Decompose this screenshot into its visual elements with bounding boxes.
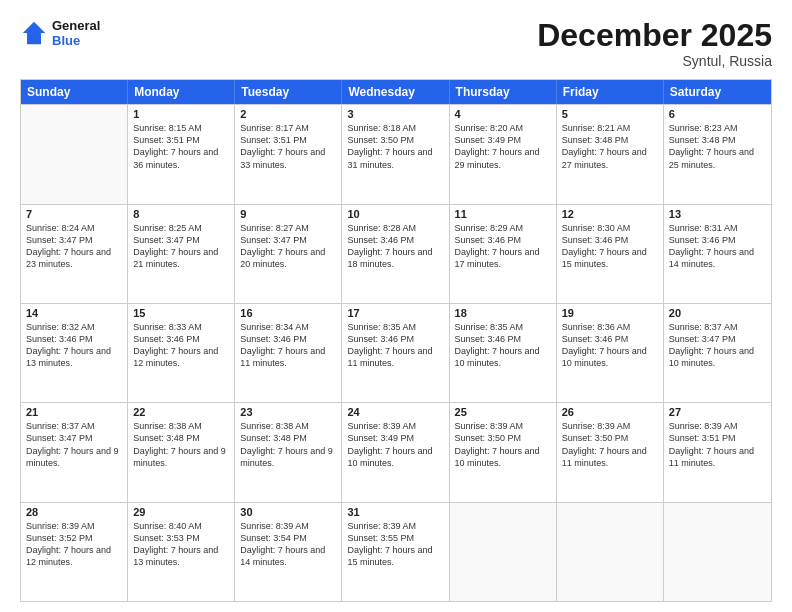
cal-cell-19: 19Sunrise: 8:36 AM Sunset: 3:46 PM Dayli…	[557, 304, 664, 402]
cal-cell-2: 2Sunrise: 8:17 AM Sunset: 3:51 PM Daylig…	[235, 105, 342, 203]
day-number: 27	[669, 406, 766, 418]
week-row-2: 7Sunrise: 8:24 AM Sunset: 3:47 PM Daylig…	[21, 204, 771, 303]
cell-info: Sunrise: 8:40 AM Sunset: 3:53 PM Dayligh…	[133, 520, 229, 569]
day-number: 18	[455, 307, 551, 319]
cell-info: Sunrise: 8:33 AM Sunset: 3:46 PM Dayligh…	[133, 321, 229, 370]
cell-info: Sunrise: 8:36 AM Sunset: 3:46 PM Dayligh…	[562, 321, 658, 370]
day-number: 21	[26, 406, 122, 418]
cell-info: Sunrise: 8:30 AM Sunset: 3:46 PM Dayligh…	[562, 222, 658, 271]
day-number: 26	[562, 406, 658, 418]
cal-cell-4: 4Sunrise: 8:20 AM Sunset: 3:49 PM Daylig…	[450, 105, 557, 203]
cell-info: Sunrise: 8:21 AM Sunset: 3:48 PM Dayligh…	[562, 122, 658, 171]
day-number: 24	[347, 406, 443, 418]
cell-info: Sunrise: 8:17 AM Sunset: 3:51 PM Dayligh…	[240, 122, 336, 171]
day-number: 28	[26, 506, 122, 518]
day-number: 6	[669, 108, 766, 120]
day-number: 11	[455, 208, 551, 220]
cell-info: Sunrise: 8:39 AM Sunset: 3:51 PM Dayligh…	[669, 420, 766, 469]
cell-info: Sunrise: 8:20 AM Sunset: 3:49 PM Dayligh…	[455, 122, 551, 171]
day-number: 1	[133, 108, 229, 120]
cal-cell-6: 6Sunrise: 8:23 AM Sunset: 3:48 PM Daylig…	[664, 105, 771, 203]
cell-info: Sunrise: 8:35 AM Sunset: 3:46 PM Dayligh…	[347, 321, 443, 370]
page: General Blue December 2025 Syntul, Russi…	[0, 0, 792, 612]
day-number: 12	[562, 208, 658, 220]
cal-cell-10: 10Sunrise: 8:28 AM Sunset: 3:46 PM Dayli…	[342, 205, 449, 303]
cal-cell-5: 5Sunrise: 8:21 AM Sunset: 3:48 PM Daylig…	[557, 105, 664, 203]
cell-info: Sunrise: 8:35 AM Sunset: 3:46 PM Dayligh…	[455, 321, 551, 370]
cell-info: Sunrise: 8:23 AM Sunset: 3:48 PM Dayligh…	[669, 122, 766, 171]
day-number: 5	[562, 108, 658, 120]
cal-cell-empty-0	[21, 105, 128, 203]
week-row-1: 1Sunrise: 8:15 AM Sunset: 3:51 PM Daylig…	[21, 104, 771, 203]
cell-info: Sunrise: 8:38 AM Sunset: 3:48 PM Dayligh…	[240, 420, 336, 469]
cell-info: Sunrise: 8:39 AM Sunset: 3:50 PM Dayligh…	[455, 420, 551, 469]
day-number: 10	[347, 208, 443, 220]
cell-info: Sunrise: 8:39 AM Sunset: 3:52 PM Dayligh…	[26, 520, 122, 569]
cal-cell-14: 14Sunrise: 8:32 AM Sunset: 3:46 PM Dayli…	[21, 304, 128, 402]
header: General Blue December 2025 Syntul, Russi…	[20, 18, 772, 69]
cal-cell-17: 17Sunrise: 8:35 AM Sunset: 3:46 PM Dayli…	[342, 304, 449, 402]
cal-cell-11: 11Sunrise: 8:29 AM Sunset: 3:46 PM Dayli…	[450, 205, 557, 303]
cell-info: Sunrise: 8:39 AM Sunset: 3:54 PM Dayligh…	[240, 520, 336, 569]
day-number: 14	[26, 307, 122, 319]
cell-info: Sunrise: 8:34 AM Sunset: 3:46 PM Dayligh…	[240, 321, 336, 370]
week-row-4: 21Sunrise: 8:37 AM Sunset: 3:47 PM Dayli…	[21, 402, 771, 501]
cal-cell-3: 3Sunrise: 8:18 AM Sunset: 3:50 PM Daylig…	[342, 105, 449, 203]
cal-cell-9: 9Sunrise: 8:27 AM Sunset: 3:47 PM Daylig…	[235, 205, 342, 303]
cell-info: Sunrise: 8:39 AM Sunset: 3:55 PM Dayligh…	[347, 520, 443, 569]
cell-info: Sunrise: 8:37 AM Sunset: 3:47 PM Dayligh…	[26, 420, 122, 469]
cell-info: Sunrise: 8:38 AM Sunset: 3:48 PM Dayligh…	[133, 420, 229, 469]
header-day-saturday: Saturday	[664, 80, 771, 104]
calendar: SundayMondayTuesdayWednesdayThursdayFrid…	[20, 79, 772, 602]
cal-cell-20: 20Sunrise: 8:37 AM Sunset: 3:47 PM Dayli…	[664, 304, 771, 402]
cal-cell-empty-6	[664, 503, 771, 601]
cell-info: Sunrise: 8:28 AM Sunset: 3:46 PM Dayligh…	[347, 222, 443, 271]
calendar-body: 1Sunrise: 8:15 AM Sunset: 3:51 PM Daylig…	[21, 104, 771, 601]
cell-info: Sunrise: 8:39 AM Sunset: 3:50 PM Dayligh…	[562, 420, 658, 469]
logo: General Blue	[20, 18, 100, 48]
day-number: 16	[240, 307, 336, 319]
cal-cell-13: 13Sunrise: 8:31 AM Sunset: 3:46 PM Dayli…	[664, 205, 771, 303]
cell-info: Sunrise: 8:24 AM Sunset: 3:47 PM Dayligh…	[26, 222, 122, 271]
cal-cell-27: 27Sunrise: 8:39 AM Sunset: 3:51 PM Dayli…	[664, 403, 771, 501]
cal-cell-24: 24Sunrise: 8:39 AM Sunset: 3:49 PM Dayli…	[342, 403, 449, 501]
day-number: 25	[455, 406, 551, 418]
cell-info: Sunrise: 8:32 AM Sunset: 3:46 PM Dayligh…	[26, 321, 122, 370]
week-row-3: 14Sunrise: 8:32 AM Sunset: 3:46 PM Dayli…	[21, 303, 771, 402]
day-number: 13	[669, 208, 766, 220]
cal-cell-22: 22Sunrise: 8:38 AM Sunset: 3:48 PM Dayli…	[128, 403, 235, 501]
day-number: 3	[347, 108, 443, 120]
cal-cell-16: 16Sunrise: 8:34 AM Sunset: 3:46 PM Dayli…	[235, 304, 342, 402]
cal-cell-7: 7Sunrise: 8:24 AM Sunset: 3:47 PM Daylig…	[21, 205, 128, 303]
cal-cell-8: 8Sunrise: 8:25 AM Sunset: 3:47 PM Daylig…	[128, 205, 235, 303]
cell-info: Sunrise: 8:27 AM Sunset: 3:47 PM Dayligh…	[240, 222, 336, 271]
cal-cell-15: 15Sunrise: 8:33 AM Sunset: 3:46 PM Dayli…	[128, 304, 235, 402]
header-day-sunday: Sunday	[21, 80, 128, 104]
day-number: 4	[455, 108, 551, 120]
cal-cell-30: 30Sunrise: 8:39 AM Sunset: 3:54 PM Dayli…	[235, 503, 342, 601]
cal-cell-25: 25Sunrise: 8:39 AM Sunset: 3:50 PM Dayli…	[450, 403, 557, 501]
cell-info: Sunrise: 8:31 AM Sunset: 3:46 PM Dayligh…	[669, 222, 766, 271]
cell-info: Sunrise: 8:15 AM Sunset: 3:51 PM Dayligh…	[133, 122, 229, 171]
day-number: 7	[26, 208, 122, 220]
cal-cell-12: 12Sunrise: 8:30 AM Sunset: 3:46 PM Dayli…	[557, 205, 664, 303]
cell-info: Sunrise: 8:25 AM Sunset: 3:47 PM Dayligh…	[133, 222, 229, 271]
cell-info: Sunrise: 8:39 AM Sunset: 3:49 PM Dayligh…	[347, 420, 443, 469]
month-title: December 2025	[537, 18, 772, 53]
title-section: December 2025 Syntul, Russia	[537, 18, 772, 69]
svg-marker-0	[23, 22, 45, 44]
header-day-wednesday: Wednesday	[342, 80, 449, 104]
cal-cell-31: 31Sunrise: 8:39 AM Sunset: 3:55 PM Dayli…	[342, 503, 449, 601]
day-number: 30	[240, 506, 336, 518]
cal-cell-1: 1Sunrise: 8:15 AM Sunset: 3:51 PM Daylig…	[128, 105, 235, 203]
cal-cell-26: 26Sunrise: 8:39 AM Sunset: 3:50 PM Dayli…	[557, 403, 664, 501]
header-day-monday: Monday	[128, 80, 235, 104]
day-number: 23	[240, 406, 336, 418]
day-number: 2	[240, 108, 336, 120]
cal-cell-empty-4	[450, 503, 557, 601]
cell-info: Sunrise: 8:37 AM Sunset: 3:47 PM Dayligh…	[669, 321, 766, 370]
day-number: 15	[133, 307, 229, 319]
logo-text: General Blue	[52, 18, 100, 48]
cal-cell-21: 21Sunrise: 8:37 AM Sunset: 3:47 PM Dayli…	[21, 403, 128, 501]
cell-info: Sunrise: 8:29 AM Sunset: 3:46 PM Dayligh…	[455, 222, 551, 271]
